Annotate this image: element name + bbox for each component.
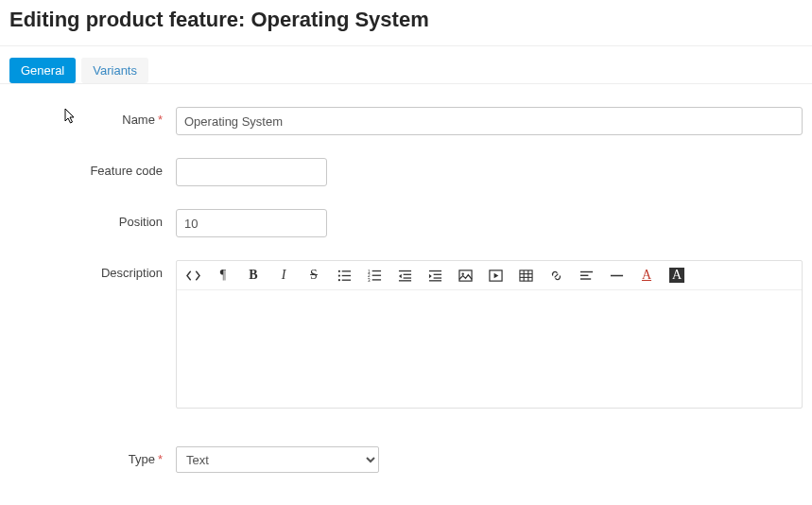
row-description: Description ¶ B I S 123 <box>9 260 803 409</box>
paragraph-icon[interactable]: ¶ <box>215 267 232 284</box>
link-icon[interactable] <box>547 267 564 284</box>
svg-rect-16 <box>428 270 441 270</box>
svg-rect-13 <box>403 273 410 274</box>
text-color-icon[interactable]: A <box>638 267 655 284</box>
svg-rect-18 <box>433 277 441 278</box>
svg-point-2 <box>337 274 339 276</box>
form: Name Feature code Position Description ¶… <box>0 84 812 505</box>
tab-bar: General Variants <box>0 46 812 84</box>
svg-rect-11 <box>371 279 380 280</box>
editor-toolbar: ¶ B I S 123 A A <box>177 261 802 290</box>
svg-rect-9 <box>371 274 380 275</box>
tab-variants[interactable]: Variants <box>81 58 148 83</box>
svg-rect-30 <box>579 278 590 279</box>
type-select[interactable]: Text <box>176 446 379 473</box>
page-title: Editing product feature: Operating Syste… <box>9 8 803 32</box>
feature-code-label: Feature code <box>9 158 176 178</box>
name-label: Name <box>9 107 176 127</box>
svg-point-21 <box>461 272 463 274</box>
svg-point-0 <box>337 270 339 271</box>
svg-rect-15 <box>398 280 410 281</box>
svg-rect-20 <box>458 270 471 280</box>
svg-rect-29 <box>579 274 587 275</box>
row-name: Name <box>9 107 803 135</box>
image-icon[interactable] <box>457 267 474 284</box>
svg-text:3: 3 <box>368 278 371 283</box>
ordered-list-icon[interactable]: 123 <box>366 267 383 284</box>
rich-text-editor: ¶ B I S 123 A A <box>176 260 803 409</box>
strike-icon[interactable]: S <box>305 267 322 284</box>
horizontal-rule-icon[interactable] <box>608 267 625 284</box>
row-feature-code: Feature code <box>9 158 803 186</box>
description-label: Description <box>9 260 176 280</box>
align-icon[interactable] <box>578 267 595 284</box>
unordered-list-icon[interactable] <box>336 267 353 284</box>
outdent-icon[interactable] <box>396 267 413 284</box>
position-input[interactable] <box>176 209 327 237</box>
svg-rect-12 <box>398 270 410 270</box>
page-header: Editing product feature: Operating Syste… <box>0 0 812 46</box>
table-icon[interactable] <box>517 267 534 284</box>
svg-rect-31 <box>610 274 622 276</box>
svg-point-4 <box>337 279 339 281</box>
svg-rect-1 <box>341 270 350 271</box>
code-view-icon[interactable] <box>184 267 201 284</box>
svg-rect-14 <box>403 277 410 278</box>
svg-rect-28 <box>579 270 592 271</box>
position-label: Position <box>9 209 176 229</box>
description-input[interactable] <box>177 290 802 404</box>
feature-code-input[interactable] <box>176 158 327 186</box>
svg-rect-17 <box>433 273 441 274</box>
row-type: Type Text <box>9 446 803 473</box>
italic-icon[interactable]: I <box>275 267 292 284</box>
svg-rect-19 <box>428 280 441 281</box>
video-icon[interactable] <box>487 267 504 284</box>
name-input[interactable] <box>176 107 803 135</box>
svg-rect-7 <box>371 270 380 270</box>
svg-rect-3 <box>341 274 350 275</box>
bold-icon[interactable]: B <box>245 267 262 284</box>
type-label: Type <box>9 446 176 466</box>
background-color-icon[interactable]: A <box>668 267 685 284</box>
row-position: Position <box>9 209 803 237</box>
indent-icon[interactable] <box>426 267 443 284</box>
svg-rect-23 <box>519 270 531 280</box>
tab-general[interactable]: General <box>9 58 76 83</box>
svg-rect-5 <box>341 279 350 280</box>
